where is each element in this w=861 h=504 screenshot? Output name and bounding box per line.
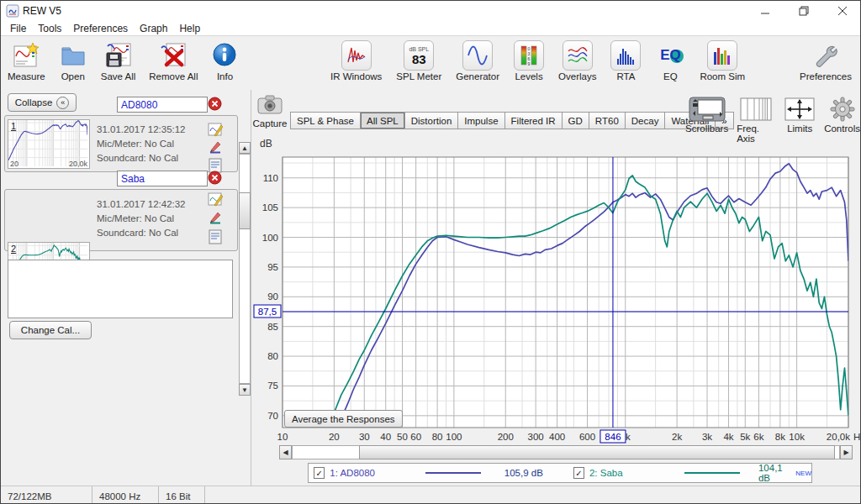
svg-text:60: 60	[410, 432, 421, 442]
room-sim-icon	[707, 39, 737, 71]
legend-2-line-swatch	[684, 472, 740, 474]
measurement-1-thumbnail[interactable]: 1 20 20,0k	[8, 119, 90, 169]
graph-scrollbar-thumb[interactable]	[359, 445, 835, 459]
notes-textarea[interactable]	[8, 260, 233, 318]
tab-spl-phase[interactable]: SPL & Phase	[290, 112, 361, 129]
panel-scrollbar-thumb[interactable]	[239, 192, 251, 229]
spl-meter-button[interactable]: dB SPL 83 SPL Meter	[393, 38, 445, 83]
tab-filtered-ir[interactable]: Filtered IR	[505, 112, 563, 129]
legend-2-value: 104,1 dB	[758, 463, 795, 483]
graph-scroll-right-button[interactable]: ▶	[840, 445, 853, 459]
measurement-1-date: 31.01.2017 12:35:12	[97, 123, 186, 137]
rta-button[interactable]: RTA	[607, 38, 644, 83]
eq-button[interactable]: EQ EQ	[652, 38, 689, 83]
main-toolbar: Measure Open Save All Remove All	[1, 36, 861, 90]
change-cal-button[interactable]: Change Cal...	[9, 321, 92, 339]
svg-text:30: 30	[359, 432, 370, 442]
legend-1-checkbox[interactable]: ✓	[314, 467, 325, 479]
save-all-button[interactable]: Save All	[98, 38, 140, 83]
svg-text:3k: 3k	[702, 432, 712, 442]
menu-help[interactable]: Help	[173, 22, 206, 35]
close-button[interactable]	[823, 1, 861, 21]
limits-button[interactable]: Limits	[784, 95, 816, 144]
measure-button[interactable]: Measure	[4, 38, 49, 83]
svg-text:Hz: Hz	[853, 432, 861, 442]
measurement-1-delete-button[interactable]	[208, 97, 222, 114]
svg-text:300: 300	[528, 432, 544, 442]
measurement-2-delete-button[interactable]	[208, 171, 222, 188]
room-sim-button[interactable]: Room Sim	[696, 38, 748, 83]
svg-text:20: 20	[329, 432, 340, 442]
controls-label: Controls	[824, 123, 860, 134]
scrollbars-label: Scrollbars	[685, 123, 728, 134]
freq-axis-button[interactable]: Freq. Axis	[737, 95, 775, 144]
scrollbars-button[interactable]: Scrollbars	[685, 95, 728, 144]
camera-icon	[256, 103, 283, 118]
legend-2-label: 2: Saba	[589, 468, 656, 478]
collapse-button[interactable]: Collapse «	[8, 93, 77, 112]
measurement-1-mic-cal: Mic/Meter: No Cal	[97, 137, 186, 151]
svg-text:6k: 6k	[753, 432, 763, 442]
generator-button[interactable]: Generator	[452, 38, 503, 83]
panel-scrollbar-track[interactable]	[239, 154, 251, 384]
change-cal-label: Change Cal...	[21, 325, 80, 335]
svg-text:80: 80	[267, 351, 278, 361]
levels-label: Levels	[515, 71, 542, 81]
legend-1-label: 1: AD8080	[330, 468, 417, 478]
minimize-button[interactable]	[746, 1, 784, 21]
measurement-2-soundcard-cal: Soundcard: No Cal	[97, 226, 186, 240]
ir-windows-button[interactable]: IR Windows	[327, 38, 385, 83]
measurement-1-pencil-icon[interactable]	[207, 139, 224, 156]
spl-meter-value: 83	[412, 53, 426, 66]
measurement-1-name-input[interactable]	[117, 97, 208, 113]
limits-icon	[784, 95, 816, 123]
measurement-2-name-input[interactable]	[117, 171, 208, 186]
tab-rt60[interactable]: RT60	[589, 112, 626, 129]
graph-scroll-left-button[interactable]: ◀	[279, 445, 292, 459]
remove-all-button[interactable]: Remove All	[145, 38, 201, 83]
measurement-1-xmax: 20,0k	[69, 160, 87, 168]
svg-text:110: 110	[263, 173, 278, 183]
tab-all-spl[interactable]: All SPL	[361, 112, 405, 129]
capture-button[interactable]: Capture	[248, 93, 292, 129]
info-button[interactable]: Info	[208, 38, 241, 83]
panel-scroll-down-button[interactable]: ▼	[239, 384, 251, 396]
controls-button[interactable]: Controls	[824, 95, 860, 144]
status-bar: 72/122MB 48000 Hz 16 Bit	[1, 486, 861, 504]
title-bar: REW V5	[1, 1, 861, 22]
tab-gd[interactable]: GD	[563, 112, 589, 129]
menu-preferences[interactable]: Preferences	[67, 22, 134, 35]
preferences-button[interactable]: Preferences	[796, 38, 855, 83]
tab-decay[interactable]: Decay	[626, 112, 666, 129]
svg-text:2k: 2k	[672, 432, 682, 442]
overlays-button[interactable]: Overlays	[555, 38, 600, 83]
measurement-1-soundcard-cal: Soundcard: No Cal	[97, 151, 186, 165]
restore-button[interactable]	[784, 1, 823, 21]
save-all-icon	[103, 39, 134, 71]
gear-icon	[829, 95, 856, 123]
tab-impulse[interactable]: Impulse	[458, 112, 504, 129]
measurement-2-notes-icon[interactable]	[207, 228, 224, 245]
menu-file[interactable]: File	[4, 22, 32, 35]
tab-distortion[interactable]: Distortion	[405, 112, 459, 129]
room-sim-label: Room Sim	[700, 71, 745, 81]
measurement-1-trace-edit-icon[interactable]	[207, 121, 224, 138]
freq-axis-label: Freq. Axis	[737, 123, 775, 144]
panel-scroll-up-button[interactable]: ▲	[239, 142, 251, 154]
save-all-label: Save All	[101, 71, 136, 81]
preferences-label: Preferences	[800, 71, 852, 81]
rta-icon	[610, 39, 641, 71]
overlays-icon	[563, 39, 593, 71]
svg-text:95: 95	[267, 262, 278, 272]
average-responses-button[interactable]: Average the Responses	[284, 410, 403, 428]
measurement-2-trace-edit-icon[interactable]	[207, 191, 224, 207]
svg-text:80: 80	[432, 432, 443, 442]
measurement-2-pencil-icon[interactable]	[207, 210, 224, 227]
menu-tools[interactable]: Tools	[32, 22, 67, 35]
spl-plot[interactable]: 7075808590951001051101020304050608010020…	[253, 152, 861, 448]
levels-button[interactable]: 0369 Levels	[510, 38, 547, 83]
menu-graph[interactable]: Graph	[134, 22, 173, 35]
legend-2-checkbox[interactable]: ✓	[573, 467, 584, 479]
open-button[interactable]: Open	[55, 38, 91, 83]
eq-icon: EQ	[655, 39, 685, 71]
